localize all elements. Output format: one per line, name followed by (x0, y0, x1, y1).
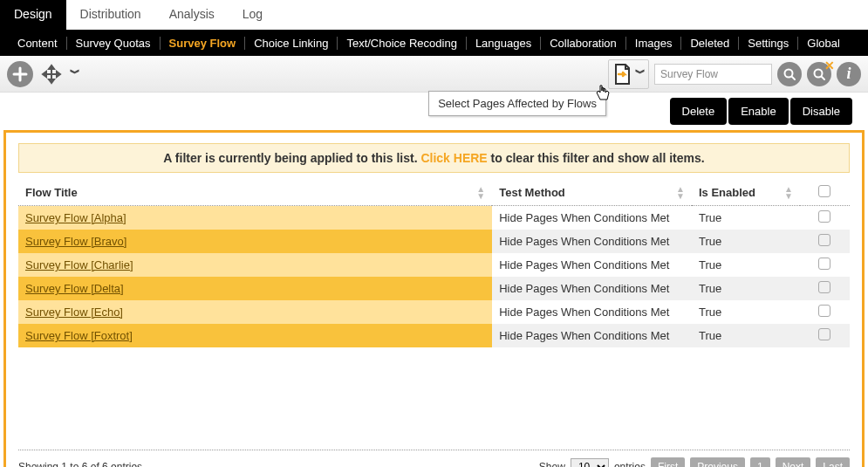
flow-link[interactable]: Survey Flow [Charlie] (25, 258, 133, 271)
delete-button[interactable]: Delete (670, 98, 728, 125)
search-clear-button[interactable]: ✕ (807, 62, 831, 86)
filter-prefix: A filter is currently being applied to t… (163, 151, 420, 165)
first-button[interactable]: First (651, 457, 685, 467)
page-size-select[interactable]: 10 (571, 458, 609, 467)
test-method-cell: Hide Pages When Conditions Met (492, 300, 692, 324)
tooltip: Select Pages Affected by Flows (428, 91, 606, 116)
svg-point-0 (785, 69, 793, 77)
row-checkbox[interactable] (818, 234, 830, 246)
sub-nav-images[interactable]: Images (626, 37, 682, 50)
move-icon[interactable] (38, 61, 65, 87)
flow-link[interactable]: Survey Flow [Foxtrot] (25, 329, 133, 342)
showing-text: Showing 1 to 6 of 6 entries (18, 461, 142, 467)
sub-nav-survey-quotas[interactable]: Survey Quotas (67, 37, 161, 50)
disable-button[interactable]: Disable (790, 98, 852, 125)
test-method-cell: Hide Pages When Conditions Met (492, 277, 692, 300)
x-badge-icon: ✕ (824, 58, 835, 72)
tab-log[interactable]: Log (229, 0, 277, 30)
info-button[interactable]: i (837, 62, 861, 86)
table-row: Survey Flow [Bravo]Hide Pages When Condi… (18, 230, 850, 253)
row-checkbox[interactable] (818, 258, 830, 270)
sub-nav-survey-flow[interactable]: Survey Flow (161, 37, 246, 50)
enabled-cell: True (692, 324, 800, 347)
toolbar: ︾ ︾ ✕ i Select Pages Affected by Flows (0, 56, 868, 93)
test-method-cell: Hide Pages When Conditions Met (492, 230, 692, 253)
content-frame: A filter is currently being applied to t… (3, 130, 865, 467)
sub-nav-choice-linking[interactable]: Choice Linking (245, 37, 338, 50)
search-icon (783, 67, 796, 81)
sub-nav-global[interactable]: Global (798, 37, 849, 50)
sort-icon: ▲▼ (476, 186, 485, 200)
search-button[interactable] (777, 62, 802, 86)
table-footer: Showing 1 to 6 of 6 entries Show 10 entr… (18, 450, 850, 467)
flow-link[interactable]: Survey Flow [Alpha] (25, 211, 126, 224)
sub-nav-text-choice-recoding[interactable]: Text/Choice Recoding (338, 37, 466, 50)
table-row: Survey Flow [Charlie]Hide Pages When Con… (18, 253, 850, 277)
sub-nav-collaboration[interactable]: Collaboration (541, 37, 626, 50)
table-row: Survey Flow [Alpha]Hide Pages When Condi… (18, 206, 850, 230)
table-row: Survey Flow [Delta]Hide Pages When Condi… (18, 277, 850, 300)
flow-link[interactable]: Survey Flow [Delta] (25, 282, 124, 295)
col-select-all[interactable] (800, 180, 850, 206)
tab-design[interactable]: Design (0, 0, 66, 30)
tab-distribution[interactable]: Distribution (66, 0, 155, 30)
row-checkbox[interactable] (818, 281, 830, 293)
sub-nav-settings[interactable]: Settings (739, 37, 798, 50)
table-row: Survey Flow [Echo]Hide Pages When Condit… (18, 300, 850, 324)
filter-clear-link[interactable]: Click HERE (420, 151, 487, 165)
entries-label: entries (614, 461, 646, 467)
top-tabs: Design Distribution Analysis Log (0, 0, 868, 30)
sub-nav-deleted[interactable]: Deleted (681, 37, 739, 50)
sort-icon: ▲▼ (784, 186, 793, 200)
last-button[interactable]: Last (816, 457, 850, 467)
filter-banner: A filter is currently being applied to t… (18, 143, 850, 173)
enabled-cell: True (692, 230, 800, 253)
flow-link[interactable]: Survey Flow [Echo] (25, 306, 123, 319)
test-method-cell: Hide Pages When Conditions Met (492, 206, 692, 230)
add-button[interactable] (7, 61, 33, 87)
enabled-cell: True (692, 300, 800, 324)
enable-button[interactable]: Enable (728, 98, 788, 125)
filter-suffix: to clear this filter and show all items. (488, 151, 705, 165)
svg-point-1 (815, 69, 823, 77)
col-is-enabled[interactable]: Is Enabled▲▼ (692, 180, 800, 206)
col-test-method[interactable]: Test Method▲▼ (492, 180, 692, 206)
col-flow-title[interactable]: Flow Title▲▼ (18, 180, 492, 206)
sub-nav-languages[interactable]: Languages (467, 37, 541, 50)
flow-link[interactable]: Survey Flow [Bravo] (25, 235, 126, 248)
row-checkbox[interactable] (818, 328, 830, 340)
next-button[interactable]: Next (776, 457, 811, 467)
sub-nav-content[interactable]: Content (9, 37, 67, 50)
row-checkbox[interactable] (818, 305, 830, 317)
enabled-cell: True (692, 253, 800, 277)
sort-icon: ▲▼ (676, 186, 685, 200)
search-input[interactable] (654, 64, 772, 85)
sub-nav: ContentSurvey QuotasSurvey FlowChoice Li… (0, 30, 868, 56)
flow-table: Flow Title▲▼ Test Method▲▼ Is Enabled▲▼ … (18, 180, 850, 347)
show-label: Show (539, 461, 565, 467)
enabled-cell: True (692, 206, 800, 230)
test-method-cell: Hide Pages When Conditions Met (492, 253, 692, 277)
chevron-down-icon: ︾ (635, 66, 645, 81)
checkbox[interactable] (818, 185, 830, 197)
row-checkbox[interactable] (818, 210, 830, 223)
page-arrow-icon (612, 63, 632, 86)
tab-analysis[interactable]: Analysis (155, 0, 229, 30)
test-method-cell: Hide Pages When Conditions Met (492, 324, 692, 347)
expand-icon[interactable]: ︾ (70, 66, 79, 81)
previous-button[interactable]: Previous (690, 457, 745, 467)
table-row: Survey Flow [Foxtrot]Hide Pages When Con… (18, 324, 850, 347)
pages-affected-button[interactable]: ︾ (608, 59, 649, 89)
enabled-cell: True (692, 277, 800, 300)
page-1-button[interactable]: 1 (750, 457, 770, 467)
